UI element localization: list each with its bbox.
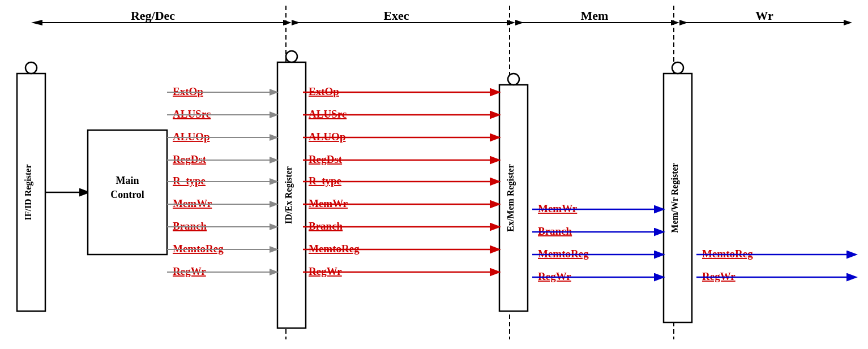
- signal-memtoreg-3: MemtoReg: [538, 248, 589, 260]
- svg-marker-4: [31, 20, 42, 25]
- signal-rtype-1: R_type: [173, 175, 206, 187]
- stage-mem: Mem: [581, 8, 609, 23]
- svg-marker-11: [671, 20, 679, 25]
- signal-aluop-2: ALUOp: [309, 131, 345, 143]
- svg-point-20: [286, 51, 297, 62]
- svg-marker-13: [679, 20, 688, 25]
- svg-point-16: [25, 62, 37, 74]
- signal-memwr-3: MemWr: [538, 202, 578, 214]
- signal-aluop-1: ALUOp: [173, 131, 209, 143]
- if-id-register-label: IF/ID Register: [23, 164, 33, 220]
- signal-regdst-1: RegDst: [173, 153, 207, 165]
- signal-regwr-1: RegWr: [173, 265, 206, 277]
- svg-point-24: [672, 62, 683, 74]
- signal-extop-2: ExtOp: [309, 85, 339, 97]
- svg-point-22: [508, 74, 519, 85]
- signal-memwr-2: MemWr: [309, 197, 348, 209]
- signal-memtoreg-4: MemtoReg: [702, 248, 753, 260]
- svg-marker-14: [844, 20, 852, 25]
- signal-regdst-2: RegDst: [309, 153, 343, 165]
- signal-branch-2: Branch: [309, 220, 343, 232]
- svg-marker-10: [515, 20, 524, 25]
- signal-regwr-2: RegWr: [309, 265, 342, 277]
- signal-alusrc-2: ALUSrc: [309, 108, 347, 120]
- signal-memtoreg-2: MemtoReg: [309, 243, 360, 255]
- signal-rtype-2: R_type: [309, 175, 341, 187]
- svg-marker-7: [292, 20, 300, 25]
- mem-wr-register-label: Mem/Wr Register: [670, 163, 680, 232]
- signal-regwr-3: RegWr: [538, 270, 571, 282]
- main-control-label: Main: [116, 175, 139, 186]
- signal-branch-3: Branch: [538, 225, 572, 237]
- svg-marker-8: [507, 20, 515, 25]
- signal-alusrc-1: ALUSrc: [173, 108, 211, 120]
- signal-extop-1: ExtOp: [173, 85, 203, 97]
- signal-regwr-4: RegWr: [702, 270, 736, 282]
- stage-reg-dec: Reg/Dec: [131, 8, 175, 23]
- pipeline-diagram: Reg/Dec Exec Mem Wr IF/ID Register Main …: [0, 0, 868, 349]
- signal-memwr-1: MemWr: [173, 197, 212, 209]
- ex-mem-register-label: Ex/Mem Register: [506, 164, 516, 232]
- signal-memtoreg-1: MemtoReg: [173, 243, 224, 255]
- id-ex-register-label: ID/Ex Register: [284, 166, 294, 224]
- main-control-label2: Control: [110, 189, 144, 200]
- stage-wr: Wr: [755, 8, 773, 23]
- signal-branch-1: Branch: [173, 220, 207, 232]
- stage-exec: Exec: [383, 8, 409, 23]
- svg-marker-5: [283, 20, 292, 25]
